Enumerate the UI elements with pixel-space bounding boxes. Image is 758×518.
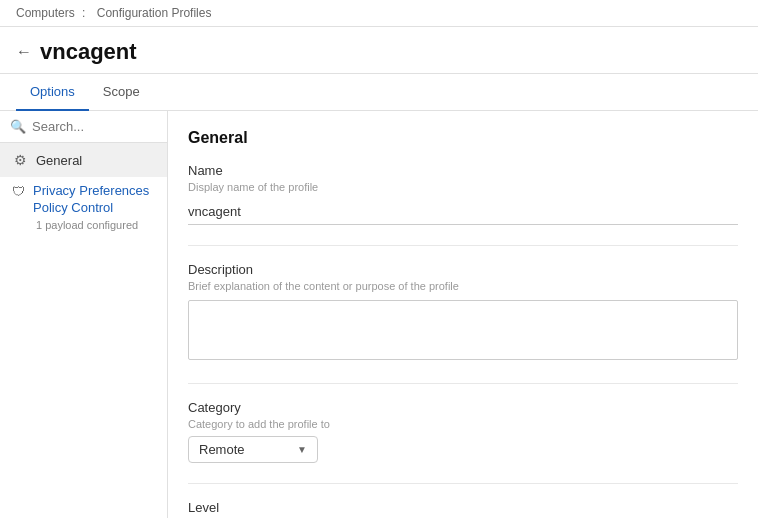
name-hint: Display name of the profile [188, 181, 738, 193]
category-field-group: Category Category to add the profile to … [188, 400, 738, 463]
tab-options[interactable]: Options [16, 74, 89, 111]
search-box[interactable]: 🔍 [0, 111, 167, 143]
level-label: Level [188, 500, 738, 515]
general-icon: ⚙ [12, 152, 28, 168]
category-label: Category [188, 400, 738, 415]
name-input[interactable] [188, 199, 738, 225]
description-hint: Brief explanation of the content or purp… [188, 280, 738, 292]
breadcrumb-current: Configuration Profiles [97, 6, 212, 20]
search-icon: 🔍 [10, 119, 26, 134]
divider-3 [188, 483, 738, 484]
tabs-bar: Options Scope [0, 74, 758, 111]
sidebar-item-label-privacy: Privacy Preferences Policy Control [33, 183, 155, 217]
tab-scope[interactable]: Scope [89, 74, 154, 111]
sidebar: 🔍 ⚙ General 🛡 Privacy Preferences Policy… [0, 111, 168, 518]
description-textarea[interactable] [188, 300, 738, 360]
category-hint: Category to add the profile to [188, 418, 738, 430]
page-header: ← vncagent [0, 27, 758, 74]
description-field-group: Description Brief explanation of the con… [188, 262, 738, 363]
sidebar-item-privacy[interactable]: 🛡 Privacy Preferences Policy Control 1 p… [0, 177, 167, 237]
divider-2 [188, 383, 738, 384]
search-input[interactable] [32, 119, 157, 134]
content-area: General Name Display name of the profile… [168, 111, 758, 518]
page-title: vncagent [40, 39, 137, 65]
category-select-arrow: ▼ [297, 444, 307, 455]
sidebar-item-label-general: General [36, 153, 82, 168]
breadcrumb: Computers : Configuration Profiles [0, 0, 758, 27]
main-layout: 🔍 ⚙ General 🛡 Privacy Preferences Policy… [0, 111, 758, 518]
privacy-payload-count: 1 payload configured [36, 219, 155, 231]
back-button[interactable]: ← [16, 43, 32, 61]
name-label: Name [188, 163, 738, 178]
name-field-group: Name Display name of the profile [188, 163, 738, 225]
breadcrumb-separator: : [82, 6, 85, 20]
breadcrumb-computers[interactable]: Computers [16, 6, 75, 20]
category-select[interactable]: Remote Custom Other [199, 442, 245, 457]
privacy-icon: 🛡 [12, 184, 25, 199]
sidebar-item-general[interactable]: ⚙ General [0, 143, 167, 177]
category-select-wrap[interactable]: Remote Custom Other ▼ [188, 436, 318, 463]
section-title: General [188, 129, 738, 147]
divider-1 [188, 245, 738, 246]
description-label: Description [188, 262, 738, 277]
level-field-group: Level Level at which to apply the profil… [188, 500, 738, 518]
